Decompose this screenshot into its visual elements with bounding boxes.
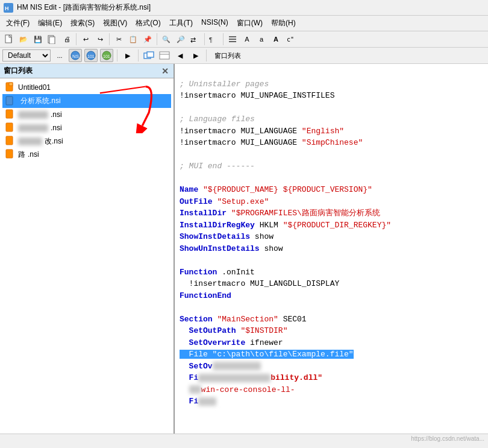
arrow-right-button[interactable]: ▶ <box>189 49 202 62</box>
file-name: Untitled01 <box>18 83 51 92</box>
window-list-button[interactable]: 窗口列表 <box>210 49 245 62</box>
format-button[interactable]: A <box>240 33 254 46</box>
style-dropdown[interactable]: Default <box>2 49 51 62</box>
title-bar: H HM NIS Edit - [路面病害智能分析系统.nsi] <box>0 0 488 16</box>
nav-button[interactable]: ▶ <box>121 49 134 62</box>
redo-button[interactable]: ↪ <box>93 33 107 46</box>
separator3 <box>157 33 157 45</box>
list-item[interactable]: .nsi <box>2 121 171 134</box>
menu-bar: 文件(F)编辑(E)搜索(S)视图(V)格式(O)工具(T)NSIS(N)窗口(… <box>0 16 488 31</box>
svg-text:101: 101 <box>87 54 95 58</box>
file-name-blurred <box>18 137 42 145</box>
file-ext2: .nsi <box>51 124 62 132</box>
file-ext4: .nsi <box>28 150 39 159</box>
file-ext: .nsi <box>51 110 62 119</box>
indent-button[interactable] <box>226 33 239 46</box>
toolbar2: Default ... NS 101 101 ▶ ◀ ▶ 窗口列表 <box>0 48 488 64</box>
svg-rect-23 <box>9 83 13 86</box>
menu-item-0[interactable]: 文件(F) <box>2 17 33 30</box>
print-button[interactable]: 🖨 <box>60 33 74 46</box>
svg-text:⇄: ⇄ <box>190 36 196 43</box>
format2-button[interactable]: a <box>255 33 268 46</box>
separator4 <box>204 33 205 45</box>
undo-button[interactable]: ↩ <box>79 33 92 46</box>
separator7 <box>138 49 139 62</box>
style-browse-button[interactable]: ... <box>53 49 66 62</box>
file-icon <box>5 96 16 107</box>
list-item[interactable]: 改.nsi <box>2 134 171 148</box>
file-prefix: 路 <box>18 150 25 160</box>
menu-item-7[interactable]: 窗口(W) <box>233 17 266 30</box>
file-name: 分析系统.nsi <box>18 95 63 107</box>
panel-header: 窗口列表 ✕ <box>0 64 174 78</box>
svg-text:H: H <box>5 5 9 11</box>
save-button[interactable]: 💾 <box>31 33 45 46</box>
svg-rect-25 <box>6 110 13 118</box>
file-icon <box>5 136 16 147</box>
menu-item-4[interactable]: 格式(O) <box>132 17 164 30</box>
svg-rect-26 <box>6 123 13 131</box>
copy-to-button[interactable] <box>142 49 155 62</box>
svg-rect-27 <box>6 136 13 145</box>
window-title: HM NIS Edit - [路面病害智能分析系统.nsi] <box>17 2 151 13</box>
panel-close-button[interactable]: ✕ <box>160 66 170 76</box>
replace-button[interactable]: ⇄ <box>189 33 202 46</box>
format4-button[interactable]: c" <box>284 33 297 46</box>
list-item[interactable]: .nsi <box>2 108 171 121</box>
compile-button[interactable]: ¶ <box>207 33 221 46</box>
list-item[interactable]: Untitled01 <box>2 81 171 94</box>
menu-item-8[interactable]: 帮助(H) <box>267 17 299 30</box>
svg-text:NS: NS <box>72 54 79 59</box>
file-icon <box>5 122 16 133</box>
file-name-blurred <box>18 124 48 132</box>
paste-button[interactable]: 📌 <box>141 33 154 46</box>
svg-rect-20 <box>160 52 169 59</box>
svg-rect-24 <box>6 96 13 105</box>
file-icon <box>5 82 16 93</box>
nsis-browse-button[interactable]: NS <box>69 49 82 62</box>
copy-button[interactable]: 📋 <box>127 33 140 46</box>
svg-text:¶: ¶ <box>209 37 212 43</box>
list-item[interactable]: 路 .nsi <box>2 148 171 161</box>
open-button[interactable]: 📂 <box>17 33 30 46</box>
find2-button[interactable]: 🔎 <box>174 33 187 46</box>
menu-item-6[interactable]: NSIS(N) <box>198 17 232 30</box>
nsis-button3[interactable]: 101 <box>100 49 113 62</box>
toolbar1: 📂 💾 🖨 ↩ ↪ ✂ 📋 📌 🔍 🔎 ⇄ ¶ A a A c" <box>0 31 488 48</box>
separator8 <box>206 49 207 62</box>
find-button[interactable]: 🔍 <box>160 33 173 46</box>
file-icon <box>5 149 16 160</box>
file-name-blurred <box>18 111 48 119</box>
main-container: 窗口列表 ✕ Untitled01 分析系统.nsi <box>0 64 488 434</box>
code-content[interactable]: ; Uninstaller pages !insertmacro MUI_UNP… <box>175 64 488 434</box>
menu-item-1[interactable]: 编辑(E) <box>34 17 66 30</box>
svg-rect-19 <box>147 52 154 57</box>
nsis-button2[interactable]: 101 <box>84 49 98 62</box>
separator6 <box>117 49 117 62</box>
file-ext3: 改.nsi <box>45 136 63 147</box>
menu-item-3[interactable]: 视图(V) <box>99 17 131 30</box>
svg-rect-28 <box>6 150 13 158</box>
save-all-button[interactable] <box>46 33 59 46</box>
separator2 <box>109 33 110 45</box>
svg-rect-6 <box>49 37 55 44</box>
left-panel: 窗口列表 ✕ Untitled01 分析系统.nsi <box>0 64 175 434</box>
window-button[interactable] <box>158 49 171 62</box>
app-icon: H <box>4 3 13 13</box>
separator5 <box>223 33 224 45</box>
panel-title: 窗口列表 <box>4 66 33 76</box>
svg-text:101: 101 <box>103 54 110 58</box>
status-bar: https://blog.csdn.net/wata... <box>0 434 488 443</box>
arrow-left-button[interactable]: ◀ <box>174 49 187 62</box>
file-icon <box>5 109 16 120</box>
menu-item-5[interactable]: 工具(T) <box>166 17 196 30</box>
code-editor[interactable]: ; Uninstaller pages !insertmacro MUI_UNP… <box>175 64 488 434</box>
menu-item-2[interactable]: 搜索(S) <box>67 17 98 30</box>
list-item[interactable]: 分析系统.nsi <box>2 94 171 108</box>
cut-button[interactable]: ✂ <box>112 33 125 46</box>
status-right: https://blog.csdn.net/wata... <box>411 435 484 442</box>
new-button[interactable] <box>2 33 16 46</box>
format3-button[interactable]: A <box>269 33 283 46</box>
separator1 <box>76 33 77 45</box>
file-tree: Untitled01 分析系统.nsi .nsi . <box>0 78 174 434</box>
